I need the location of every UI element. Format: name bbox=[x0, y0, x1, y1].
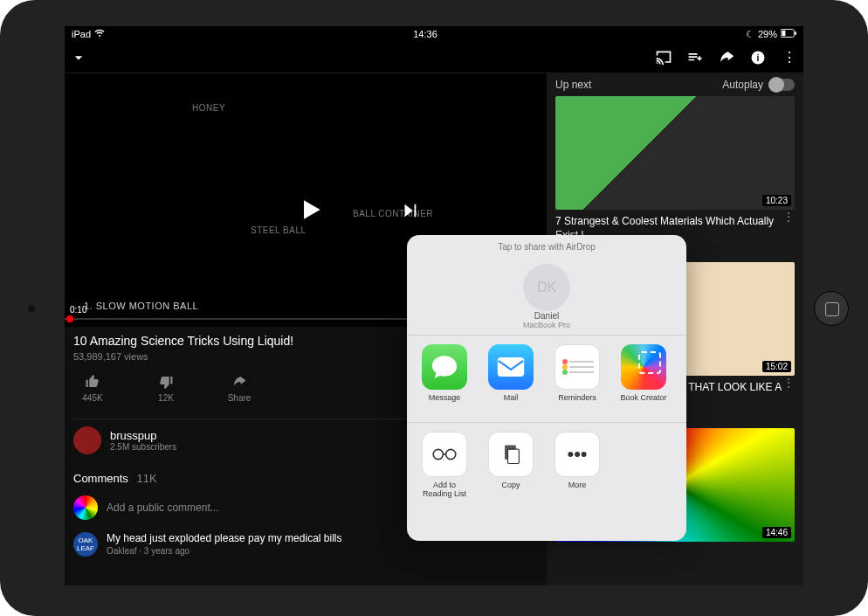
share-apps-row: Message Mail Reminders Book Creator bbox=[407, 336, 686, 423]
status-bar: iPad 14:36 ☾ 29% bbox=[65, 26, 803, 42]
like-button[interactable]: 445K bbox=[73, 374, 112, 403]
dnd-icon: ☾ bbox=[746, 29, 754, 40]
clock: 14:36 bbox=[413, 29, 437, 39]
bookcreator-icon bbox=[621, 344, 666, 390]
user-avatar bbox=[73, 495, 98, 520]
svg-rect-1 bbox=[782, 31, 785, 36]
airdrop-name: Daniel bbox=[534, 311, 559, 321]
cast-icon[interactable] bbox=[655, 49, 672, 66]
item-more-icon[interactable]: ⋮ bbox=[782, 210, 795, 224]
share-action-copy[interactable]: Copy bbox=[484, 432, 538, 502]
airdrop-row: DK Daniel MacBook Pro bbox=[407, 259, 686, 336]
share-label: Share bbox=[228, 393, 251, 403]
device-label: iPad bbox=[72, 29, 91, 39]
airdrop-device: MacBook Pro bbox=[523, 321, 570, 329]
airdrop-target[interactable]: DK bbox=[523, 264, 570, 311]
airdrop-hint: Tap to share with AirDrop bbox=[407, 235, 686, 259]
home-button[interactable] bbox=[814, 291, 849, 326]
share-app-reminders[interactable]: Reminders bbox=[550, 344, 604, 413]
like-count: 445K bbox=[82, 393, 102, 403]
progress-scrubber[interactable] bbox=[66, 315, 73, 322]
channel-name: brusspup bbox=[110, 429, 176, 442]
share-sheet: Tap to share with AirDrop DK Daniel MacB… bbox=[407, 235, 686, 541]
screen: iPad 14:36 ☾ 29% bbox=[65, 26, 803, 585]
message-icon bbox=[422, 344, 467, 390]
item-more-icon[interactable]: ⋮ bbox=[782, 376, 795, 390]
svg-rect-5 bbox=[499, 358, 523, 376]
readinglist-icon bbox=[422, 432, 467, 477]
overlay-honey: HONEY bbox=[192, 103, 225, 113]
comment-meta: Oakleaf · 3 years ago bbox=[107, 546, 341, 556]
wifi-icon bbox=[94, 28, 105, 40]
dislike-count: 12K bbox=[158, 393, 174, 403]
mail-icon bbox=[488, 344, 534, 390]
battery-label: 29% bbox=[758, 29, 777, 39]
collapse-icon[interactable] bbox=[70, 49, 87, 66]
upnext-header: Up next Autoplay bbox=[547, 73, 803, 96]
duration-badge: 10:23 bbox=[762, 195, 791, 206]
upnext-label: Up next bbox=[555, 79, 591, 91]
info-icon[interactable]: i bbox=[749, 49, 767, 66]
autoplay-label: Autoplay bbox=[722, 79, 763, 91]
overlay-container: BALL CONTAINER bbox=[353, 209, 433, 218]
next-icon[interactable] bbox=[400, 201, 419, 224]
more-icon[interactable]: ⋮ bbox=[781, 49, 798, 66]
play-icon[interactable] bbox=[297, 196, 325, 227]
channel-avatar bbox=[73, 426, 101, 454]
channel-subs: 2.5M subscribers bbox=[110, 442, 176, 452]
copy-icon bbox=[488, 432, 534, 477]
comment-placeholder[interactable]: Add a public comment... bbox=[107, 502, 219, 514]
duration-badge: 15:02 bbox=[762, 361, 791, 372]
svg-text:i: i bbox=[757, 52, 760, 62]
ipad-frame: iPad 14:36 ☾ 29% bbox=[0, 0, 868, 616]
comments-label: Comments bbox=[73, 472, 128, 485]
share-app-mail[interactable]: Mail bbox=[484, 344, 538, 413]
svg-point-6 bbox=[433, 449, 443, 459]
add-to-queue-icon[interactable] bbox=[686, 49, 704, 66]
video-caption: 1. SLOW MOTION BALL bbox=[84, 301, 198, 311]
top-bar: i ⋮ bbox=[65, 42, 803, 73]
share-app-bookcreator[interactable]: Book Creator bbox=[617, 344, 671, 413]
share-actions-row: Add to Reading List Copy ••• More bbox=[407, 423, 686, 510]
airdrop-initials: DK bbox=[537, 280, 556, 295]
duration-badge: 14:46 bbox=[762, 527, 791, 538]
svg-rect-9 bbox=[508, 449, 520, 463]
svg-rect-2 bbox=[795, 31, 796, 35]
share-top-icon[interactable] bbox=[718, 49, 735, 66]
comments-count: 11K bbox=[136, 472, 156, 485]
share-action-readinglist[interactable]: Add to Reading List bbox=[417, 432, 472, 502]
commenter-avatar: OAK LEAF bbox=[73, 532, 98, 557]
battery-icon bbox=[781, 29, 796, 39]
svg-point-7 bbox=[446, 449, 456, 459]
autoplay-toggle[interactable] bbox=[768, 79, 795, 91]
share-app-message[interactable]: Message bbox=[417, 344, 472, 413]
comment-text: My head just exploded please pay my medi… bbox=[107, 532, 341, 544]
reminders-icon bbox=[555, 344, 600, 390]
upnext-thumbnail: 10:23 bbox=[555, 96, 795, 210]
dislike-button[interactable]: 12K bbox=[147, 374, 185, 403]
more-dots-icon: ••• bbox=[555, 432, 600, 477]
camera bbox=[28, 305, 35, 312]
share-button[interactable]: Share bbox=[220, 374, 258, 403]
share-action-more[interactable]: ••• More bbox=[550, 432, 604, 502]
